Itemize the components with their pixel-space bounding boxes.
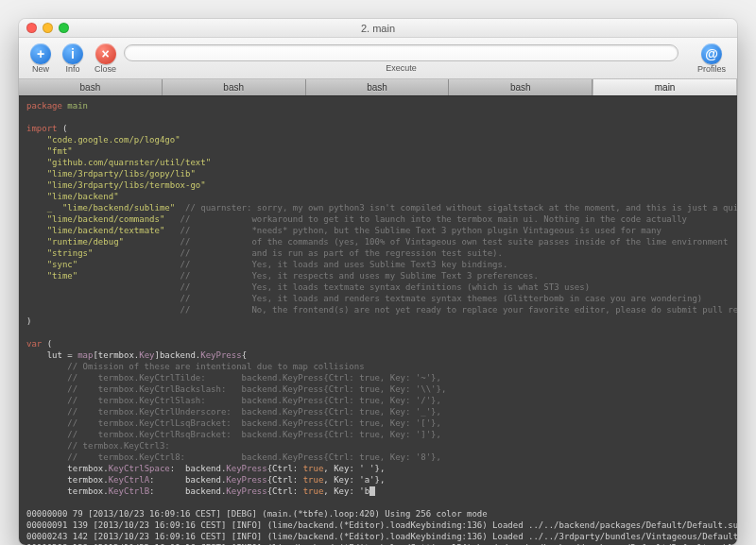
titlebar: 2. main — [19, 19, 737, 38]
close-label: Close — [94, 64, 116, 74]
tab-main-4[interactable]: main — [593, 79, 737, 95]
info-button[interactable]: i Info — [59, 43, 87, 74]
x-icon: × — [95, 43, 116, 64]
tab-bar: bashbashbashbashmain — [19, 79, 737, 96]
app-window: 2. main + New i Info × Close Execute @ P… — [19, 19, 737, 545]
tab-bash-3[interactable]: bash — [449, 79, 593, 95]
zoom-window-button[interactable] — [59, 23, 69, 33]
editor-pane[interactable]: package main import ( "code.google.com/p… — [19, 96, 737, 545]
profiles-label: Profiles — [697, 64, 726, 74]
toolbar: + New i Info × Close Execute @ Profiles — [19, 38, 737, 79]
info-icon: i — [62, 43, 83, 64]
plus-icon: + — [30, 43, 51, 64]
log-line: 00000000 79 [2013/10/23 16:09:16 CEST] [… — [26, 509, 488, 519]
execute-area: Execute — [124, 44, 679, 73]
close-button[interactable]: × Close — [91, 43, 120, 74]
tab-bash-0[interactable]: bash — [19, 79, 163, 95]
traffic-lights — [26, 23, 69, 33]
tab-bash-1[interactable]: bash — [163, 79, 306, 95]
profiles-button[interactable]: @ Profiles — [694, 43, 730, 74]
close-window-button[interactable] — [26, 23, 37, 33]
new-label: New — [32, 64, 49, 74]
minimize-window-button[interactable] — [43, 23, 53, 33]
tab-bash-2[interactable]: bash — [306, 79, 450, 95]
window-title: 2. main — [19, 23, 737, 34]
right-tools: @ Profiles — [694, 43, 730, 74]
log-line: 00000243 142 [2013/10/23 16:09:16 CEST] … — [26, 532, 737, 541]
new-button[interactable]: + New — [26, 43, 55, 74]
execute-input[interactable] — [124, 44, 679, 61]
log-line: 00000091 139 [2013/10/23 16:09:16 CEST] … — [26, 520, 737, 530]
info-label: Info — [65, 64, 79, 74]
execute-label: Execute — [386, 63, 417, 73]
at-icon: @ — [701, 43, 722, 64]
text-cursor — [369, 486, 374, 496]
